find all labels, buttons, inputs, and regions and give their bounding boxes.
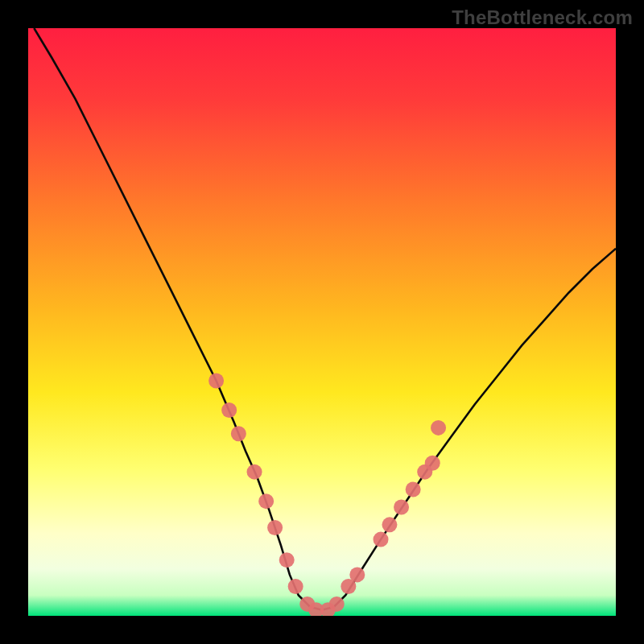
bottleneck-curve bbox=[28, 28, 616, 616]
curve-marker bbox=[279, 552, 295, 568]
curve-marker bbox=[425, 456, 440, 471]
curve-marker bbox=[406, 482, 421, 497]
curve-marker bbox=[288, 579, 303, 594]
chart-plot-area bbox=[28, 28, 616, 616]
curve-marker bbox=[374, 532, 389, 547]
watermark-text: TheBottleneck.com bbox=[452, 6, 633, 29]
curve-marker bbox=[231, 426, 246, 441]
curve-marker bbox=[258, 493, 274, 509]
curve-marker bbox=[394, 499, 409, 514]
curve-marker bbox=[329, 597, 345, 612]
curve-marker bbox=[431, 420, 446, 436]
curve-marker bbox=[247, 464, 262, 480]
curve-marker bbox=[208, 374, 224, 389]
curve-marker bbox=[221, 402, 237, 418]
curve-marker bbox=[382, 517, 397, 532]
curve-markers bbox=[208, 374, 446, 617]
curve-marker bbox=[349, 567, 365, 582]
curve-marker bbox=[267, 520, 283, 535]
